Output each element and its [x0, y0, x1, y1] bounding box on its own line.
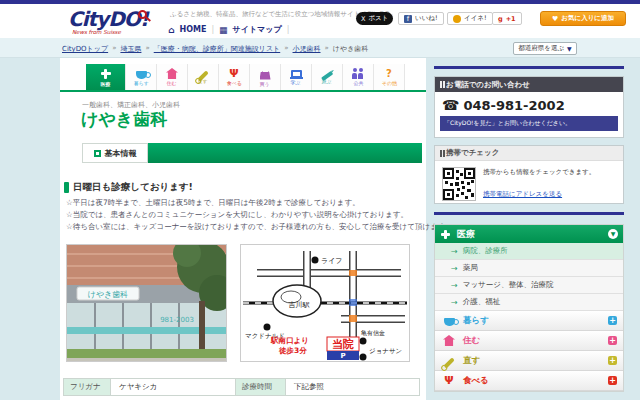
phone-contact-box: お電話でのお問い合わせ ☎ 048-981-2002 「CityDO!を見た」と…: [434, 76, 624, 138]
qr-code: [442, 167, 476, 201]
google-plus-one-button[interactable]: g +1: [492, 12, 522, 25]
tab-housing[interactable]: 住む: [157, 64, 188, 90]
sitemap-link[interactable]: サイトマップ: [233, 24, 282, 35]
tab-eating[interactable]: Ψ 食べる: [219, 64, 250, 90]
breadcrumb-bar: CityDOトップ» 埼玉県» 「医療・病院、診療所」関連施設リスト» 小児歯科…: [0, 38, 640, 58]
cup-icon: [444, 318, 455, 326]
menu-heading-medical[interactable]: 医療 ▼: [435, 225, 623, 243]
divider: |: [287, 25, 290, 34]
expand-icon[interactable]: +: [608, 316, 617, 325]
tab-playing[interactable]: 遊ぶ: [312, 64, 343, 90]
people-icon: [352, 68, 365, 79]
tab-learning[interactable]: 学ぶ: [281, 64, 312, 90]
map-parking-label: P: [340, 352, 345, 360]
tab-other[interactable]: ? その他: [374, 64, 405, 90]
arrow-icon: →: [451, 298, 458, 307]
sidebar-category-living[interactable]: 暮らす +: [435, 311, 623, 331]
facebook-like-button[interactable]: f いいね!: [398, 12, 444, 25]
breadcrumb-pref[interactable]: 埼玉県: [120, 44, 141, 54]
sidebar-accent-bar: [434, 66, 624, 69]
table-label-furigana: フリガナ: [64, 379, 111, 395]
header-nav: ⌂ HOME | ▦ サイトマップ |: [168, 24, 289, 35]
notice-line: ☆当院では、患者さんとのコミュニケーションを大切にし、わかりやすい説明を心掛けて…: [66, 210, 408, 220]
logo-tagline: News from Suisse: [72, 29, 121, 35]
site-header: CityDO! News from Suisse ふるさと納税、特産品、旅行など…: [0, 4, 640, 38]
home-icon: ⌂: [168, 25, 174, 35]
map-clinic-label: 当院: [332, 337, 354, 351]
add-favorite-button[interactable]: ♥ お気に入りに追加: [540, 11, 626, 26]
tab-living[interactable]: 暮らす: [126, 64, 157, 90]
breadcrumb-list[interactable]: 「医療・病院、診療所」関連施設リスト: [154, 44, 281, 54]
site-logo[interactable]: CityDO!: [68, 7, 148, 31]
phone-note-badge: 「CityDO!を見た」とお問い合わせください。: [440, 116, 618, 131]
access-map: 吉川駅 ライフ マクドナルド 亀有信金 ジョナサン 当院 P 駅南口より 徒歩3…: [240, 244, 410, 362]
green-bar-icon: [64, 182, 69, 193]
medical-cross-icon: [100, 68, 112, 80]
send-address-link[interactable]: 携帯電話にアドレスを送る: [483, 190, 562, 199]
heading-bars-icon: [440, 150, 442, 157]
sidebar-divider: [434, 212, 624, 215]
table-label-hours: 診療時間: [236, 379, 286, 395]
expand-icon[interactable]: +: [608, 336, 617, 345]
menu-item-massage[interactable]: → マッサージ、整体、治療院: [435, 277, 623, 294]
expand-icon[interactable]: +: [608, 356, 617, 365]
clinic-photo: けやき歯科 981-2003: [66, 244, 227, 362]
sidebar-category-repair[interactable]: 直す +: [435, 351, 623, 371]
mobile-box-heading: 携帯でチェック: [446, 148, 499, 158]
mixi-like-button[interactable]: イイネ!: [447, 12, 493, 25]
info-tab-bar: 基本情報: [82, 143, 422, 163]
medical-menu: 医療 ▼ → 病院、診療所 → 薬局 → マッサージ、整体、治療院 → 介護、福…: [434, 224, 624, 392]
magnifier-icon: [138, 10, 147, 19]
fork-icon: Ψ: [229, 68, 238, 79]
mobile-check-box: 携帯でチェック 携帯からも情報をチェックできます。 携帯: [434, 145, 624, 204]
map-bank-label: 亀有信金: [361, 329, 385, 337]
sidebar-category-housing[interactable]: 住む +: [435, 331, 623, 351]
square-icon: [94, 150, 101, 157]
facebook-icon: f: [404, 15, 412, 23]
x-post-button[interactable]: X ポスト: [356, 12, 393, 25]
map-walk-note-2: 徒歩3分: [278, 346, 307, 355]
mobile-box-text: 携帯からも情報をチェックできます。: [483, 168, 618, 177]
arrow-icon: →: [451, 264, 458, 273]
breadcrumb-top[interactable]: CityDOトップ: [62, 44, 108, 54]
notice-line: ☆待ち合い室には、キッズコーナーを設けておりますので、お子様連れの方も、安心して…: [66, 222, 453, 232]
arrow-icon: →: [451, 281, 458, 290]
mixi-icon: [453, 15, 461, 23]
google-plus-icon: g: [498, 15, 503, 23]
photo-sign-text: けやき歯科: [88, 290, 129, 299]
question-icon: ?: [386, 68, 392, 79]
menu-item-hospitals[interactable]: → 病院、診療所: [435, 243, 623, 260]
main-content: 医療 暮らす 住む 直す Ψ 食べる 買う 学ぶ 遊ぶ: [60, 58, 426, 400]
chevron-down-icon: ▼: [567, 45, 572, 52]
laptop-icon: [291, 70, 302, 78]
heart-icon: ♥: [552, 15, 558, 23]
sidebar-category-eating[interactable]: Ψ 食べる +: [435, 371, 623, 391]
map-station-label: 吉川駅: [289, 301, 310, 309]
tab-repair[interactable]: 直す: [188, 64, 219, 90]
telephone-icon: ☎: [442, 97, 459, 113]
prefecture-select[interactable]: 都道府県を選ぶ ▼: [513, 42, 577, 55]
home-link[interactable]: HOME: [179, 25, 206, 34]
sidebar: お電話でのお問い合わせ ☎ 048-981-2002 「CityDO!を見た」と…: [434, 58, 627, 400]
photo-phone-text: 981-2003: [160, 316, 194, 324]
tab-public[interactable]: 公共: [343, 64, 374, 90]
tab-basic-info[interactable]: 基本情報: [82, 143, 148, 163]
phone-box-heading: お電話でのお問い合わせ: [446, 80, 530, 90]
expand-icon[interactable]: +: [608, 376, 617, 385]
tab-shopping[interactable]: 買う: [250, 64, 281, 90]
house-icon: [443, 335, 455, 346]
medical-cross-icon: [440, 229, 451, 240]
menu-item-pharmacy[interactable]: → 薬局: [435, 260, 623, 277]
wrench-icon: [444, 357, 455, 368]
breadcrumb-current: けやき歯科: [333, 44, 369, 54]
tab-medical[interactable]: 医療: [86, 64, 126, 90]
x-icon: X: [361, 15, 365, 23]
breadcrumb-category[interactable]: 小児歯科: [293, 44, 321, 54]
menu-item-care[interactable]: → 介護、福祉: [435, 294, 623, 311]
fork-icon: Ψ: [444, 375, 453, 386]
table-value-hours: 下記参照: [286, 379, 419, 395]
phone-number: 048-981-2002: [463, 98, 564, 113]
bag-icon: [260, 72, 271, 80]
toggle-circle-icon[interactable]: ▼: [608, 229, 618, 239]
category-nav: 医療 暮らす 住む 直す Ψ 食べる 買う 学ぶ 遊ぶ: [60, 64, 426, 92]
